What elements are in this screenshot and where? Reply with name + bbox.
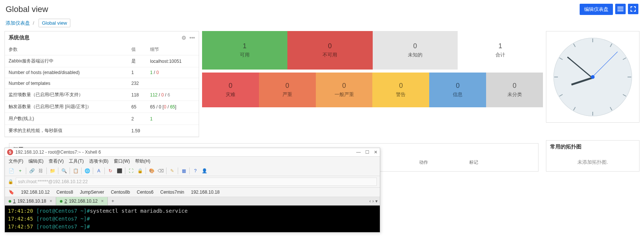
xshell-titlebar[interactable]: S 192.168.10.12 - root@Centos7:~ - Xshel…: [5, 148, 380, 157]
detail-cell: [146, 78, 199, 89]
folder-icon[interactable]: 📁: [49, 167, 56, 172]
menu-item[interactable]: 查看(V): [49, 158, 64, 164]
severity-tile-严重[interactable]: 0严重: [259, 73, 316, 107]
tile-label: 不可用: [287, 52, 373, 58]
disconnect-icon[interactable]: ⛓: [37, 167, 44, 172]
menu-icon[interactable]: [615, 4, 626, 14]
maximize-icon[interactable]: ☐: [365, 150, 369, 155]
clock-tick: [623, 57, 626, 60]
value-cell: 1: [128, 67, 146, 78]
value-cell: 65: [128, 101, 146, 113]
globe-icon[interactable]: 🌐: [84, 167, 91, 172]
link-icon[interactable]: 🔗: [28, 167, 35, 172]
eraser-icon[interactable]: ⌫: [157, 167, 164, 172]
clock-tick: [573, 107, 576, 111]
table-row: 用户数(线上)21: [5, 113, 199, 125]
tile-number: 1: [202, 42, 287, 50]
breadcrumb-separator: /: [33, 20, 34, 26]
param-cell: 要求的主机性能，每秒新值: [5, 125, 128, 137]
detail-cell: 112 / 0 / 6: [146, 89, 199, 101]
col-value: 值: [128, 44, 146, 55]
detail-cell: localhost:10051: [146, 55, 199, 67]
clock-tick: [554, 77, 558, 77]
fullscreen-icon[interactable]: [628, 4, 638, 14]
help-icon[interactable]: ?: [192, 167, 199, 172]
severity-tile-警告[interactable]: 0警告: [372, 73, 429, 107]
system-info-table: 参数 值 细节 Zabbix服务器端运行中是localhost:10051Num…: [5, 44, 199, 137]
system-info-title: 系统信息: [9, 34, 30, 41]
tile-label: 灾难: [202, 91, 259, 98]
host-tile-合计[interactable]: 1合计: [458, 31, 543, 70]
severity-tile-信息[interactable]: 0信息: [429, 73, 486, 107]
topology-empty-text: 未添加拓扑图.: [546, 153, 639, 171]
lock-icon[interactable]: 🔒: [137, 167, 143, 172]
close-icon[interactable]: ✕: [374, 150, 378, 155]
xshell-app-icon: S: [7, 149, 13, 155]
host-tile-未知的[interactable]: 0未知的: [373, 31, 458, 70]
script-icon[interactable]: ⬛: [116, 167, 123, 172]
severity-tile-灾难[interactable]: 0灾难: [202, 73, 259, 107]
tile-label: 信息: [429, 91, 486, 98]
table-row: Number of templates232: [5, 78, 199, 89]
severity-tiles: 0灾难0严重0一般严重0警告0信息0未分类: [202, 73, 543, 107]
new-session-icon[interactable]: 📄: [8, 167, 15, 172]
value-cell: 232: [128, 78, 146, 89]
refresh-icon[interactable]: ↻: [107, 167, 114, 172]
host-availability-tiles: 1可用0不可用0未知的1合计: [202, 31, 543, 70]
edit-icon[interactable]: ✎: [169, 167, 176, 172]
xshell-window[interactable]: S 192.168.10.12 - root@Centos7:~ - Xshel…: [4, 148, 380, 172]
host-tile-可用[interactable]: 1可用: [202, 31, 287, 70]
xshell-toolbar: 📄 + 🔗 ⛓ 📁 🔍 📋 🌐 A ↻ ⬛ ⛶ 🔒 🎨 ⌫ ✎ ▦ ? 👤: [5, 166, 380, 172]
copy-icon[interactable]: 📋: [72, 167, 79, 172]
col-action[interactable]: 动作: [419, 159, 428, 166]
col-param: 参数: [5, 44, 128, 55]
header-actions: 编辑仪表盘: [580, 4, 638, 15]
tile-number: 0: [373, 42, 458, 50]
edit-dashboard-button[interactable]: 编辑仪表盘: [580, 4, 613, 15]
host-tile-不可用[interactable]: 0不可用: [287, 31, 373, 70]
clock-second-hand: [592, 52, 618, 77]
menu-item[interactable]: 选项卡(B): [89, 158, 109, 164]
search-icon[interactable]: 🔍: [61, 167, 67, 172]
breadcrumb-add-dashboard[interactable]: 添加仪表盘: [6, 20, 30, 26]
clock-face: [553, 38, 632, 116]
menu-item[interactable]: 帮助(H): [135, 158, 150, 164]
add-icon[interactable]: +: [17, 167, 24, 172]
severity-tile-一般严重[interactable]: 0一般严重: [316, 73, 373, 107]
tile-number: 0: [486, 82, 543, 90]
tile-label: 严重: [259, 91, 316, 98]
layout-icon[interactable]: ▦: [180, 167, 187, 172]
clock-tick: [559, 57, 563, 60]
font-icon[interactable]: A: [95, 167, 102, 172]
severity-tile-未分类[interactable]: 0未分类: [486, 73, 543, 107]
value-cell: 2: [128, 113, 146, 125]
user-icon[interactable]: 👤: [201, 167, 208, 172]
param-cell: Number of templates: [5, 78, 128, 89]
table-row: 监控项数量（已启用/已禁用/不支持）118112 / 0 / 6: [5, 89, 199, 101]
menu-item[interactable]: 文件(F): [9, 158, 23, 164]
value-cell: 是: [128, 55, 146, 67]
gear-icon[interactable]: ⚙: [181, 35, 186, 41]
menu-item[interactable]: 窗口(W): [114, 158, 130, 164]
clock-tick: [610, 43, 613, 47]
col-tag[interactable]: 标记: [469, 159, 478, 166]
breadcrumb-current[interactable]: Global view: [39, 19, 70, 27]
param-cell: Zabbix服务器端运行中: [5, 55, 128, 67]
clock-tick: [610, 107, 613, 111]
palette-icon[interactable]: 🎨: [148, 167, 155, 172]
tile-label: 合计: [458, 52, 543, 58]
minimize-icon[interactable]: —: [356, 150, 361, 155]
xshell-menubar: 文件(F)编辑(E)查看(V)工具(T)选项卡(B)窗口(W)帮助(H): [5, 157, 380, 166]
expand-icon[interactable]: ⛶: [128, 167, 134, 172]
value-cell: 1.59: [128, 125, 146, 137]
tile-number: 1: [458, 42, 543, 50]
table-row: Number of hosts (enabled/disabled)11 / 0: [5, 67, 199, 78]
menu-item[interactable]: 编辑(E): [28, 158, 43, 164]
tile-number: 0: [259, 82, 316, 90]
menu-item[interactable]: 工具(T): [69, 158, 83, 164]
param-cell: 监控项数量（已启用/已禁用/不支持）: [5, 89, 128, 101]
more-icon[interactable]: •••: [189, 35, 195, 41]
value-cell: 118: [128, 89, 146, 101]
clock-tick: [592, 39, 593, 42]
breadcrumb: 添加仪表盘 / Global view: [0, 17, 644, 31]
